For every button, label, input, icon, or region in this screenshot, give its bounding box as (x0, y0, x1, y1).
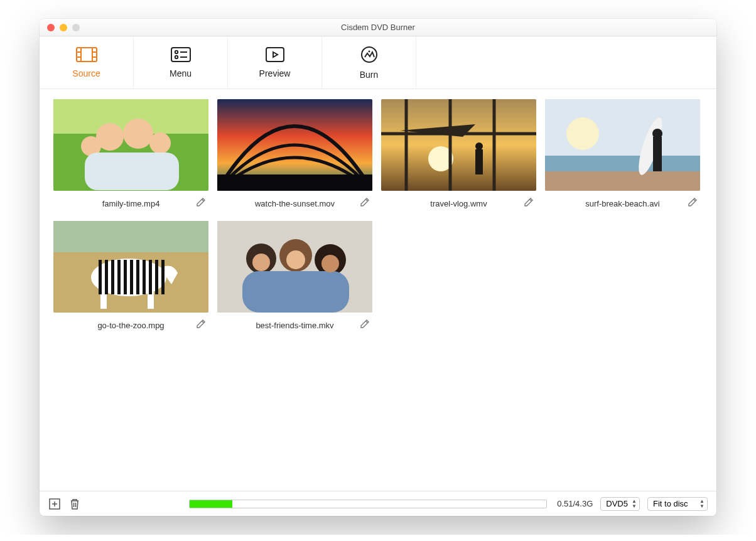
svg-point-8 (175, 50, 177, 53)
svg-point-66 (286, 250, 305, 269)
svg-point-33 (475, 142, 483, 150)
svg-point-41 (652, 129, 662, 139)
fit-mode-value: Fit to disc (653, 499, 688, 508)
disc-type-select[interactable]: DVD5 ▲▼ (600, 497, 640, 511)
svg-point-20 (149, 132, 171, 154)
svg-point-38 (566, 117, 599, 150)
svg-rect-24 (217, 174, 372, 191)
svg-rect-12 (266, 48, 284, 62)
svg-rect-50 (111, 260, 114, 294)
video-item[interactable]: best-friends-time.mkv (217, 221, 372, 334)
progress-area: 0.51/4.3G (189, 499, 593, 508)
file-name: surf-break-beach.avi (585, 199, 660, 208)
footer-bar: 0.51/4.3G DVD5 ▲▼ Fit to disc ▲▼ (40, 491, 716, 516)
svg-rect-51 (117, 260, 121, 294)
svg-rect-53 (130, 260, 133, 294)
svg-rect-32 (475, 149, 483, 174)
tab-source[interactable]: Source (40, 36, 134, 88)
menu-template-icon (171, 47, 191, 62)
tab-menu[interactable]: Menu (134, 36, 228, 88)
svg-point-14 (368, 50, 370, 52)
rename-button[interactable] (360, 319, 370, 331)
caption-row: go-to-the-zoo.mpg (53, 316, 208, 334)
delete-button[interactable] (68, 498, 81, 510)
file-name: best-friends-time.mkv (256, 321, 333, 330)
file-name: watch-the-sunset.mov (255, 199, 335, 208)
svg-point-18 (123, 119, 153, 149)
tab-preview[interactable]: Preview (228, 36, 322, 88)
video-thumbnail[interactable] (217, 221, 372, 313)
svg-rect-64 (242, 271, 349, 313)
capacity-fill (190, 500, 232, 508)
svg-rect-21 (85, 153, 179, 190)
traffic-lights (40, 24, 80, 31)
video-thumbnail[interactable] (53, 221, 208, 313)
close-button[interactable] (47, 24, 55, 31)
main-tabs: Source Menu Preview (40, 36, 716, 89)
svg-rect-37 (545, 171, 700, 191)
svg-rect-7 (171, 48, 190, 62)
play-icon (266, 47, 284, 62)
tab-label: Preview (259, 68, 291, 78)
rename-button[interactable] (524, 197, 534, 210)
svg-rect-55 (143, 260, 146, 294)
disc-icon (360, 46, 378, 63)
rename-button[interactable] (360, 197, 370, 210)
caption-row: travel-vlog.wmv (381, 195, 536, 212)
fit-mode-select[interactable]: Fit to disc ▲▼ (647, 497, 708, 511)
film-icon (76, 47, 97, 62)
tab-burn[interactable]: Burn (322, 36, 416, 88)
svg-rect-44 (53, 221, 208, 252)
svg-rect-26 (381, 99, 536, 191)
tab-label: Source (72, 68, 100, 78)
svg-rect-58 (161, 260, 165, 294)
content-area: family-time.mp4 watch-the-sunset.mov tra… (40, 89, 716, 491)
tab-label: Menu (170, 68, 192, 78)
rename-button[interactable] (196, 197, 206, 210)
caption-row: watch-the-sunset.mov (217, 195, 372, 212)
video-item[interactable]: surf-break-beach.avi (545, 99, 700, 212)
add-button[interactable] (48, 498, 61, 510)
video-item[interactable]: go-to-the-zoo.mpg (53, 221, 208, 334)
svg-point-67 (321, 255, 339, 272)
video-grid: family-time.mp4 watch-the-sunset.mov tra… (53, 99, 703, 334)
video-thumbnail[interactable] (381, 99, 536, 191)
video-thumbnail[interactable] (217, 99, 372, 191)
capacity-label: 0.51/4.3G (557, 499, 593, 508)
rename-button[interactable] (688, 197, 698, 210)
capacity-bar (189, 500, 547, 508)
svg-point-65 (252, 254, 270, 271)
video-item[interactable]: watch-the-sunset.mov (217, 99, 372, 212)
svg-rect-54 (136, 260, 139, 294)
chevron-updown-icon: ▲▼ (699, 499, 705, 509)
minimize-button[interactable] (60, 24, 67, 31)
chevron-updown-icon: ▲▼ (632, 499, 637, 509)
tab-label: Burn (360, 70, 379, 80)
maximize-button[interactable] (72, 24, 80, 31)
svg-rect-48 (99, 260, 102, 294)
svg-rect-56 (149, 260, 152, 294)
app-window: Cisdem DVD Burner Source (40, 19, 716, 516)
caption-row: family-time.mp4 (53, 195, 208, 212)
video-item[interactable]: travel-vlog.wmv (381, 99, 536, 212)
svg-rect-52 (124, 260, 127, 294)
svg-point-10 (175, 55, 177, 58)
video-thumbnail[interactable] (545, 99, 700, 191)
svg-rect-40 (653, 137, 662, 171)
titlebar: Cisdem DVD Burner (40, 19, 716, 36)
file-name: travel-vlog.wmv (430, 199, 487, 208)
window-title: Cisdem DVD Burner (40, 23, 716, 32)
rename-button[interactable] (196, 319, 206, 331)
file-name: family-time.mp4 (102, 199, 160, 208)
disc-type-value: DVD5 (606, 499, 628, 508)
caption-row: surf-break-beach.avi (545, 195, 700, 212)
caption-row: best-friends-time.mkv (217, 316, 372, 334)
svg-rect-49 (105, 260, 108, 294)
svg-rect-57 (155, 260, 158, 294)
video-thumbnail[interactable] (53, 99, 208, 191)
video-item[interactable]: family-time.mp4 (53, 99, 208, 212)
svg-point-13 (362, 47, 377, 62)
file-name: go-to-the-zoo.mpg (97, 321, 164, 330)
svg-rect-0 (77, 48, 97, 62)
